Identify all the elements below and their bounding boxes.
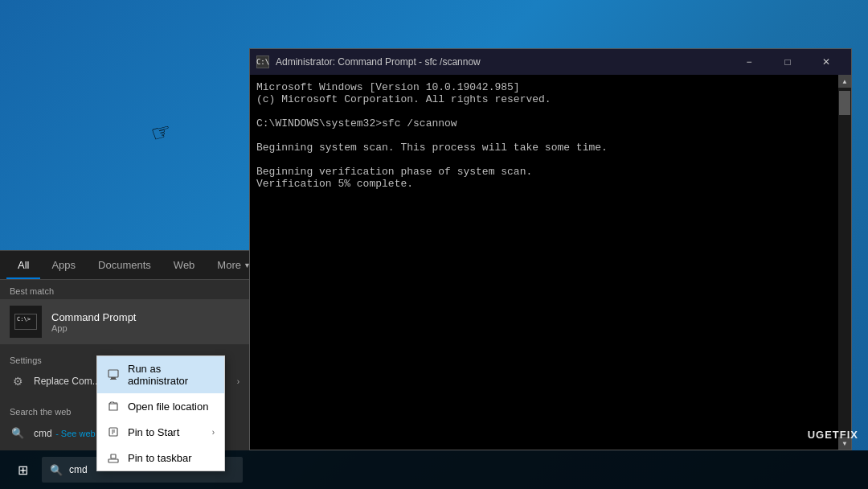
cmd-title-text: Administrator: Command Prompt - sfc /sca… <box>276 56 724 68</box>
chevron-down-icon: ▼ <box>244 261 251 269</box>
watermark: UGETFIX <box>808 429 858 441</box>
start-tabs: All Apps Documents Web More ▼ <box>0 251 249 280</box>
cmd-line-9: Verification 5% complete. <box>256 178 845 190</box>
app-type: App <box>51 323 240 333</box>
search-web-cmd: cmd <box>34 428 52 439</box>
windows-logo-icon: ⊞ <box>18 462 28 478</box>
best-match-item[interactable]: Command Prompt App <box>0 299 249 344</box>
pin-to-start-label: Pin to Start <box>128 426 179 438</box>
settings-icon: ⚙ <box>10 373 26 389</box>
minimize-button[interactable]: − <box>731 49 768 75</box>
settings-arrow-icon: › <box>237 377 240 386</box>
cmd-line-4: C:\WINDOWS\system32>sfc /scannow <box>256 117 845 129</box>
cursor-hand-icon: ☞ <box>148 117 174 147</box>
cmd-title-icon: C:\ <box>256 55 269 68</box>
cmd-scrollbar[interactable]: ▲ ▼ <box>838 75 851 450</box>
search-web-icon: 🔍 <box>10 425 26 441</box>
close-button[interactable]: ✕ <box>808 49 845 75</box>
cmd-content: Microsoft Windows [Version 10.0.19042.98… <box>250 75 851 450</box>
best-match-label: Best match <box>0 280 249 299</box>
tab-all[interactable]: All <box>6 251 40 279</box>
tab-more[interactable]: More ▼ <box>206 251 262 279</box>
maximize-button[interactable]: □ <box>769 49 806 75</box>
tab-web[interactable]: Web <box>162 251 207 279</box>
run-as-admin-label: Run as administrator <box>128 363 215 387</box>
cmd-line-5 <box>256 129 845 142</box>
desktop: C:\ Administrator: Command Prompt - sfc … <box>0 0 868 489</box>
tab-documents[interactable]: Documents <box>87 251 162 279</box>
open-location-label: Open file location <box>128 401 208 413</box>
pin-start-icon <box>107 425 120 438</box>
app-info: Command Prompt App <box>51 311 240 333</box>
cmd-line-7 <box>256 154 845 166</box>
cmd-line-8: Beginning verification phase of system s… <box>256 166 845 178</box>
scroll-up-button[interactable]: ▲ <box>838 75 851 88</box>
context-menu: Run as administrator Open file location <box>96 355 225 471</box>
context-run-as-admin[interactable]: Run as administrator <box>97 356 224 393</box>
svg-rect-0 <box>108 370 118 377</box>
start-menu: All Apps Documents Web More ▼ Best match… <box>0 250 249 450</box>
svg-rect-1 <box>111 377 116 379</box>
cmd-titlebar: C:\ Administrator: Command Prompt - sfc … <box>250 49 851 75</box>
cmd-line-3 <box>256 105 845 117</box>
pin-taskbar-label: Pin to taskbar <box>128 452 192 464</box>
cmd-line-1: Microsoft Windows [Version 10.0.19042.98… <box>256 81 845 93</box>
taskbar-search-icon: 🔍 <box>50 464 63 476</box>
cmd-line-2: (c) Microsoft Corporation. All rights re… <box>256 93 845 105</box>
tab-apps[interactable]: Apps <box>40 251 87 279</box>
run-as-admin-icon <box>107 368 120 381</box>
svg-rect-2 <box>110 379 117 380</box>
app-name: Command Prompt <box>51 311 240 323</box>
start-button[interactable]: ⊞ <box>3 450 42 489</box>
cmd-icon <box>14 314 37 330</box>
pin-taskbar-icon <box>107 451 120 464</box>
app-icon <box>10 306 42 338</box>
context-pin-to-start[interactable]: Pin to Start › <box>97 419 224 445</box>
cmd-window-controls: − □ ✕ <box>731 49 845 75</box>
cmd-line-6: Beginning system scan. This process will… <box>256 142 845 154</box>
context-pin-taskbar[interactable]: Pin to taskbar <box>97 445 224 471</box>
svg-rect-7 <box>108 459 118 462</box>
cmd-window: C:\ Administrator: Command Prompt - sfc … <box>249 48 852 450</box>
svg-rect-8 <box>111 454 116 458</box>
context-open-location[interactable]: Open file location <box>97 393 224 419</box>
scroll-thumb[interactable] <box>839 91 850 115</box>
pin-start-arrow-icon: › <box>212 428 215 437</box>
open-location-icon <box>107 400 120 413</box>
